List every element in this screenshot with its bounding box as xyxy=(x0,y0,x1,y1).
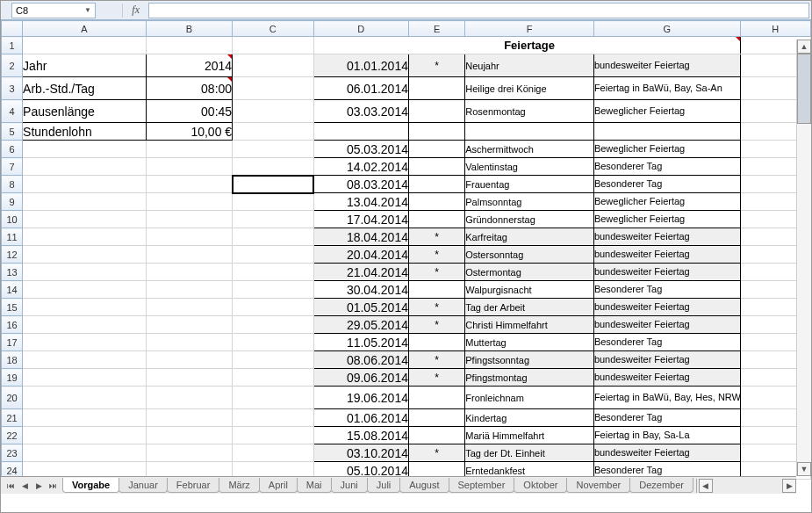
row-header-18[interactable]: 18 xyxy=(2,351,23,369)
cell[interactable] xyxy=(233,299,313,316)
cell[interactable] xyxy=(146,387,232,409)
vertical-scrollbar[interactable]: ▲ ▼ xyxy=(796,40,811,476)
holiday-star[interactable]: * xyxy=(408,369,464,387)
scroll-thumb[interactable] xyxy=(797,54,811,124)
holiday-desc[interactable]: Besonderer Tag xyxy=(593,409,740,427)
tab-nav-next-icon[interactable]: ▶ xyxy=(32,480,45,492)
setting-label[interactable]: Jahr xyxy=(23,54,147,77)
cell[interactable] xyxy=(146,281,232,299)
cell[interactable] xyxy=(23,387,147,409)
cell[interactable] xyxy=(233,54,313,77)
cell[interactable] xyxy=(146,299,232,316)
holiday-name[interactable]: Neujahr xyxy=(465,54,594,77)
cell[interactable] xyxy=(233,246,313,264)
cell[interactable] xyxy=(233,334,313,351)
holiday-date[interactable]: 18.04.2014 xyxy=(313,228,408,246)
holiday-star[interactable]: * xyxy=(408,228,464,246)
holiday-desc[interactable]: Feiertag in BaWü, Bay, Sa-An xyxy=(593,77,740,100)
row-header-14[interactable]: 14 xyxy=(2,281,23,299)
col-header-F[interactable]: F xyxy=(465,21,594,37)
holiday-name[interactable]: Rosenmontag xyxy=(465,100,594,123)
holiday-date[interactable]: 03.03.2014 xyxy=(313,100,408,123)
name-box[interactable]: C8 ▼ xyxy=(11,3,96,18)
holiday-desc[interactable]: bundesweiter Feiertag xyxy=(593,316,740,334)
holiday-name[interactable]: Valentinstag xyxy=(465,158,594,176)
cell[interactable] xyxy=(233,37,313,54)
cell[interactable] xyxy=(233,444,313,462)
holiday-star[interactable]: * xyxy=(408,299,464,316)
setting-value[interactable]: 10,00 € xyxy=(146,123,232,141)
cell[interactable] xyxy=(23,299,147,316)
cell[interactable] xyxy=(23,369,147,387)
holiday-desc[interactable]: Beweglicher Feiertag xyxy=(593,100,740,123)
setting-value[interactable]: 2014 xyxy=(146,54,232,77)
sheet-tab-juli[interactable]: Juli xyxy=(367,478,401,493)
col-header-B[interactable]: B xyxy=(146,21,232,37)
holiday-date[interactable]: 13.04.2014 xyxy=(313,193,408,211)
holiday-date[interactable] xyxy=(313,123,408,141)
cell[interactable] xyxy=(233,427,313,444)
row-header-20[interactable]: 20 xyxy=(2,387,23,409)
holiday-desc[interactable]: Besonderer Tag xyxy=(593,158,740,176)
row-header-1[interactable]: 1 xyxy=(2,37,23,54)
holiday-desc[interactable]: bundesweiter Feiertag xyxy=(593,299,740,316)
cell[interactable] xyxy=(408,37,464,54)
holiday-desc[interactable]: Feiertag in Bay, Sa-La xyxy=(593,427,740,444)
holiday-date[interactable]: 08.06.2014 xyxy=(313,351,408,369)
hscroll-left-icon[interactable]: ◀ xyxy=(699,479,713,493)
holiday-star[interactable]: * xyxy=(408,351,464,369)
cell[interactable] xyxy=(23,211,147,228)
holiday-desc[interactable]: Besonderer Tag xyxy=(593,334,740,351)
col-header-H[interactable]: H xyxy=(740,21,810,37)
cell[interactable] xyxy=(23,409,147,427)
holiday-name[interactable]: Kindertag xyxy=(465,409,594,427)
select-all-corner[interactable] xyxy=(2,21,23,37)
holiday-star[interactable] xyxy=(408,281,464,299)
row-header-22[interactable]: 22 xyxy=(2,427,23,444)
holiday-name[interactable]: Walpurgisnacht xyxy=(465,281,594,299)
cell[interactable] xyxy=(233,351,313,369)
holiday-desc[interactable]: Feiertag in BaWü, Bay, Hes, NRW, Rh-Pf, … xyxy=(593,387,740,409)
cell[interactable] xyxy=(593,37,740,54)
cell[interactable] xyxy=(146,316,232,334)
holiday-star[interactable] xyxy=(408,427,464,444)
cell[interactable] xyxy=(146,141,232,158)
cell[interactable] xyxy=(23,176,147,193)
holiday-star[interactable] xyxy=(408,193,464,211)
holidays-header[interactable]: Feiertage xyxy=(465,37,594,54)
row-header-10[interactable]: 10 xyxy=(2,211,23,228)
holiday-date[interactable]: 11.05.2014 xyxy=(313,334,408,351)
col-header-C[interactable]: C xyxy=(233,21,313,37)
cell[interactable] xyxy=(146,37,232,54)
cell[interactable] xyxy=(146,444,232,462)
sheet-tab-dezember[interactable]: Dezember xyxy=(629,478,693,493)
cell[interactable] xyxy=(23,264,147,281)
cell[interactable] xyxy=(233,281,313,299)
sheet-tab-august[interactable]: August xyxy=(399,478,449,493)
cell[interactable] xyxy=(233,123,313,141)
holiday-date[interactable]: 30.04.2014 xyxy=(313,281,408,299)
cell[interactable] xyxy=(146,334,232,351)
cell[interactable] xyxy=(233,409,313,427)
row-header-23[interactable]: 23 xyxy=(2,444,23,462)
holiday-star[interactable] xyxy=(408,387,464,409)
cell[interactable] xyxy=(23,427,147,444)
cell[interactable] xyxy=(146,351,232,369)
holiday-name[interactable]: Ostersonntag xyxy=(465,246,594,264)
cell[interactable] xyxy=(233,264,313,281)
cell[interactable] xyxy=(23,281,147,299)
setting-value[interactable]: 08:00 xyxy=(146,77,232,100)
row-header-15[interactable]: 15 xyxy=(2,299,23,316)
row-header-3[interactable]: 3 xyxy=(2,77,23,100)
cell[interactable] xyxy=(23,193,147,211)
holiday-name[interactable]: Tag der Arbeit xyxy=(465,299,594,316)
row-header-4[interactable]: 4 xyxy=(2,100,23,123)
active-cell[interactable] xyxy=(233,176,313,193)
holiday-name[interactable]: Karfreitag xyxy=(465,228,594,246)
cell[interactable] xyxy=(146,158,232,176)
cell[interactable] xyxy=(233,387,313,409)
row-header-8[interactable]: 8 xyxy=(2,176,23,193)
cell[interactable] xyxy=(233,77,313,100)
holiday-name[interactable]: Frauentag xyxy=(465,176,594,193)
holiday-date[interactable]: 21.04.2014 xyxy=(313,264,408,281)
